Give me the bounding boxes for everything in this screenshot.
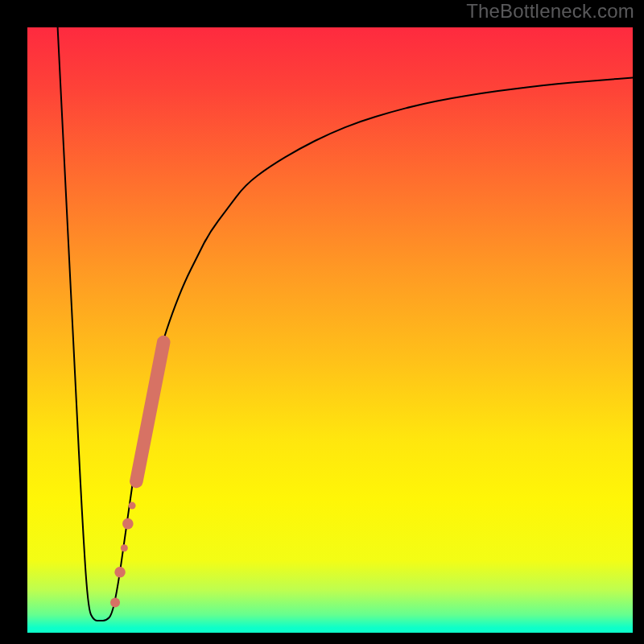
marker-dot (114, 567, 126, 578)
watermark-text: TheBottleneck.com (466, 0, 634, 23)
marker-dot (129, 502, 136, 510)
marker-dot (122, 518, 134, 530)
marker-segment (136, 342, 163, 481)
chart-stage: TheBottleneck.com (0, 0, 644, 644)
marker-dot (121, 544, 128, 551)
markers-group (110, 342, 163, 607)
bottleneck-curve (58, 27, 633, 621)
plot-area (27, 27, 633, 633)
curve-svg (27, 27, 633, 633)
marker-dot (110, 597, 120, 607)
